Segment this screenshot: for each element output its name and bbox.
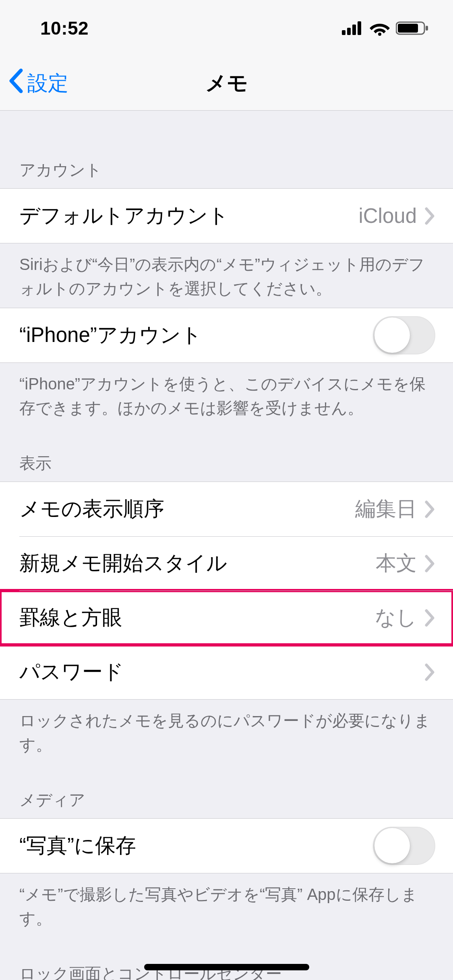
group-iphone-account: “iPhone”アカウント [0, 308, 453, 363]
section-header-media: メディア [0, 764, 453, 818]
svg-rect-6 [398, 24, 418, 33]
svg-rect-1 [347, 28, 351, 35]
group-media: “写真”に保存 [0, 818, 453, 873]
row-value: 編集日 [355, 495, 417, 523]
section-footer-account-2: “iPhone”アカウントを使うと、このデバイスにメモを保存できます。ほかのメモ… [0, 363, 453, 427]
section-header-display: 表示 [0, 427, 453, 482]
toggle-knob [374, 828, 410, 863]
row-sort-order[interactable]: メモの表示順序 編集日 [0, 482, 453, 536]
row-label: メモの表示順序 [19, 495, 355, 523]
home-indicator [144, 964, 309, 970]
row-value: 本文 [376, 550, 417, 577]
battery-icon [396, 21, 429, 36]
row-label: パスワード [19, 658, 425, 686]
svg-point-4 [378, 33, 381, 36]
toggle-knob [374, 317, 410, 353]
row-label: “iPhone”アカウント [19, 321, 373, 349]
back-button[interactable]: 設定 [0, 68, 68, 99]
row-default-account[interactable]: デフォルトアカウント iCloud [0, 189, 453, 243]
chevron-right-icon [425, 500, 435, 518]
svg-rect-2 [352, 25, 356, 35]
chevron-right-icon [425, 555, 435, 572]
row-lines-and-grid[interactable]: 罫線と方眼 なし [0, 591, 453, 645]
chevron-right-icon [425, 663, 435, 681]
row-label: 罫線と方眼 [19, 604, 375, 632]
row-new-note-style[interactable]: 新規メモ開始スタイル 本文 [0, 536, 453, 591]
back-label: 設定 [27, 70, 68, 97]
toggle-save-photos[interactable] [373, 827, 435, 865]
row-iphone-account[interactable]: “iPhone”アカウント [0, 308, 453, 362]
toggle-iphone-account[interactable] [373, 316, 435, 354]
chevron-left-icon [8, 68, 27, 99]
row-label: デフォルトアカウント [19, 202, 358, 230]
section-header-lockscreen: ロック画面とコントロールセンター [0, 938, 453, 980]
status-right [342, 21, 429, 36]
wifi-icon [369, 21, 390, 36]
section-header-account: アカウント [0, 111, 453, 188]
section-footer-display: ロックされたメモを見るのにパスワードが必要になります。 [0, 700, 453, 764]
svg-rect-0 [342, 30, 345, 35]
section-footer-account-1: Siriおよび“今日”の表示内の“メモ”ウィジェット用のデフォルトのアカウントを… [0, 243, 453, 308]
row-value: なし [375, 604, 417, 632]
status-time: 10:52 [40, 17, 89, 39]
chevron-right-icon [425, 207, 435, 225]
row-value: iCloud [358, 204, 417, 228]
group-account-default: デフォルトアカウント iCloud [0, 188, 453, 243]
cellular-icon [342, 21, 364, 35]
row-save-photos[interactable]: “写真”に保存 [0, 819, 453, 873]
row-label: “写真”に保存 [19, 832, 373, 860]
chevron-right-icon [425, 609, 435, 627]
group-display: メモの表示順序 編集日 新規メモ開始スタイル 本文 罫線と方眼 なし パスワード [0, 482, 453, 700]
row-password[interactable]: パスワード [0, 645, 453, 699]
section-footer-media: “メモ”で撮影した写真やビデオを“写真” Appに保存します。 [0, 873, 453, 938]
row-label: 新規メモ開始スタイル [19, 550, 376, 577]
svg-rect-7 [426, 26, 428, 31]
status-bar: 10:52 [0, 0, 453, 56]
svg-rect-3 [358, 21, 361, 35]
nav-bar: 設定 メモ [0, 56, 453, 111]
